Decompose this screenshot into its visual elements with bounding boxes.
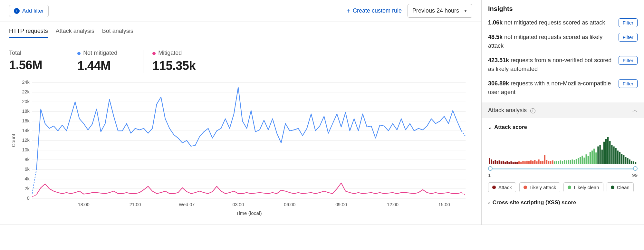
svg-rect-42 bbox=[501, 161, 502, 164]
insight-row: 48.5k not mitigated requests scored as l… bbox=[488, 33, 638, 50]
score-badge-likely-attack[interactable]: Likely attack bbox=[519, 182, 561, 192]
svg-rect-61 bbox=[538, 159, 539, 164]
svg-text:10k: 10k bbox=[22, 147, 30, 152]
insight-text: 48.5k not mitigated requests scored as l… bbox=[488, 33, 615, 50]
svg-rect-56 bbox=[528, 161, 530, 164]
slider-handle-max[interactable] bbox=[633, 166, 638, 171]
svg-rect-71 bbox=[558, 161, 559, 164]
plus-icon: + bbox=[346, 8, 350, 14]
slider-handle-min[interactable] bbox=[488, 166, 493, 171]
svg-rect-106 bbox=[627, 158, 628, 164]
time-range-dropdown[interactable]: Previous 24 hours ▼ bbox=[408, 4, 472, 18]
insight-text: 423.51k requests from a non-verified bot… bbox=[488, 56, 615, 73]
svg-rect-47 bbox=[510, 161, 512, 164]
svg-text:4k: 4k bbox=[25, 176, 30, 181]
stat-mitigated-value: 115.35k bbox=[152, 59, 196, 73]
chevron-right-icon: › bbox=[488, 199, 490, 206]
svg-rect-55 bbox=[526, 161, 528, 164]
attack-score-title: Attack score bbox=[494, 124, 527, 130]
dot-icon bbox=[611, 186, 614, 189]
badge-label: Attack bbox=[498, 185, 512, 190]
svg-text:12k: 12k bbox=[22, 138, 30, 143]
chevron-up-icon: ︿ bbox=[632, 107, 638, 114]
insight-text: 306.89k requests with a non-Mozilla-comp… bbox=[488, 79, 615, 97]
attack-score-expand[interactable]: ⌄ Attack score bbox=[488, 124, 638, 130]
svg-rect-96 bbox=[607, 137, 609, 164]
svg-rect-79 bbox=[574, 160, 575, 164]
score-badge-likely-clean[interactable]: Likely clean bbox=[563, 182, 603, 192]
tab-http-requests[interactable]: HTTP requests bbox=[9, 28, 48, 38]
add-filter-button[interactable]: + Add filter bbox=[9, 5, 49, 17]
svg-text:8k: 8k bbox=[25, 157, 30, 162]
svg-rect-73 bbox=[562, 161, 563, 164]
svg-rect-95 bbox=[605, 139, 607, 164]
svg-rect-45 bbox=[506, 161, 508, 164]
svg-rect-38 bbox=[493, 161, 494, 164]
svg-rect-62 bbox=[540, 161, 541, 164]
attack-score-slider[interactable] bbox=[488, 166, 638, 171]
dot-icon bbox=[492, 186, 496, 189]
svg-rect-50 bbox=[516, 162, 518, 164]
svg-rect-66 bbox=[548, 161, 549, 164]
svg-rect-98 bbox=[611, 145, 612, 164]
insight-row: 306.89k requests with a non-Mozilla-comp… bbox=[488, 79, 638, 97]
svg-text:20k: 20k bbox=[22, 99, 30, 104]
stat-total-value: 1.56M bbox=[9, 58, 42, 72]
insight-text: 1.06k not mitigated requests scored as a… bbox=[488, 18, 605, 27]
svg-rect-43 bbox=[503, 161, 504, 164]
svg-rect-101 bbox=[617, 150, 619, 164]
svg-rect-40 bbox=[497, 161, 498, 164]
svg-rect-64 bbox=[544, 155, 545, 164]
svg-rect-37 bbox=[491, 159, 492, 164]
svg-rect-93 bbox=[601, 149, 603, 164]
badge-label: Likely attack bbox=[530, 185, 556, 190]
svg-rect-99 bbox=[613, 147, 614, 164]
xss-score-expand[interactable]: › Cross-site scripting (XSS) score bbox=[488, 199, 638, 206]
insights-title: Insights bbox=[488, 5, 638, 13]
svg-text:14k: 14k bbox=[22, 128, 30, 133]
svg-rect-108 bbox=[631, 161, 632, 164]
svg-rect-46 bbox=[508, 162, 510, 164]
slider-min-label: 1 bbox=[488, 172, 491, 178]
svg-text:12:00: 12:00 bbox=[387, 202, 399, 207]
xss-score-title: Cross-site scripting (XSS) score bbox=[493, 199, 576, 206]
svg-rect-53 bbox=[522, 161, 524, 164]
insight-filter-button[interactable]: Filter bbox=[619, 56, 638, 65]
svg-rect-59 bbox=[534, 160, 535, 164]
svg-rect-100 bbox=[615, 148, 617, 164]
svg-rect-67 bbox=[550, 161, 551, 164]
requests-chart: 02k4k6k8k10k12k14k16k18k20k22k24k18:0021… bbox=[9, 79, 472, 218]
svg-rect-77 bbox=[570, 160, 571, 164]
dot-icon bbox=[568, 186, 571, 189]
svg-rect-70 bbox=[556, 161, 557, 164]
svg-text:24k: 24k bbox=[22, 80, 30, 85]
score-badge-attack[interactable]: Attack bbox=[488, 182, 516, 192]
svg-text:Count: Count bbox=[11, 134, 16, 147]
attack-analysis-section[interactable]: Attack analysis i ︿ bbox=[482, 102, 644, 118]
svg-text:Wed 07: Wed 07 bbox=[179, 202, 195, 207]
svg-rect-36 bbox=[489, 158, 490, 164]
svg-rect-78 bbox=[572, 159, 573, 164]
insight-filter-button[interactable]: Filter bbox=[619, 18, 638, 27]
svg-rect-91 bbox=[597, 147, 599, 164]
tab-attack-analysis[interactable]: Attack analysis bbox=[56, 28, 94, 38]
create-custom-rule-link[interactable]: + Create custom rule bbox=[346, 7, 402, 14]
insight-filter-button[interactable]: Filter bbox=[619, 79, 638, 88]
svg-text:0: 0 bbox=[27, 196, 30, 201]
dot-icon bbox=[152, 52, 156, 55]
insight-filter-button[interactable]: Filter bbox=[619, 33, 638, 42]
svg-text:18:00: 18:00 bbox=[78, 202, 90, 207]
svg-rect-52 bbox=[520, 162, 522, 164]
svg-rect-81 bbox=[578, 158, 579, 164]
svg-rect-85 bbox=[586, 154, 587, 164]
score-badge-clean[interactable]: Clean bbox=[607, 182, 634, 192]
tab-bot-analysis[interactable]: Bot analysis bbox=[102, 28, 133, 38]
svg-text:18k: 18k bbox=[22, 109, 30, 114]
svg-rect-54 bbox=[524, 161, 525, 164]
svg-text:22k: 22k bbox=[22, 89, 30, 94]
svg-rect-48 bbox=[513, 162, 514, 164]
dot-icon bbox=[77, 52, 81, 55]
plus-circle-icon: + bbox=[14, 8, 20, 14]
stat-not-mitigated-value: 1.44M bbox=[77, 59, 117, 73]
attack-score-histogram bbox=[488, 135, 638, 164]
